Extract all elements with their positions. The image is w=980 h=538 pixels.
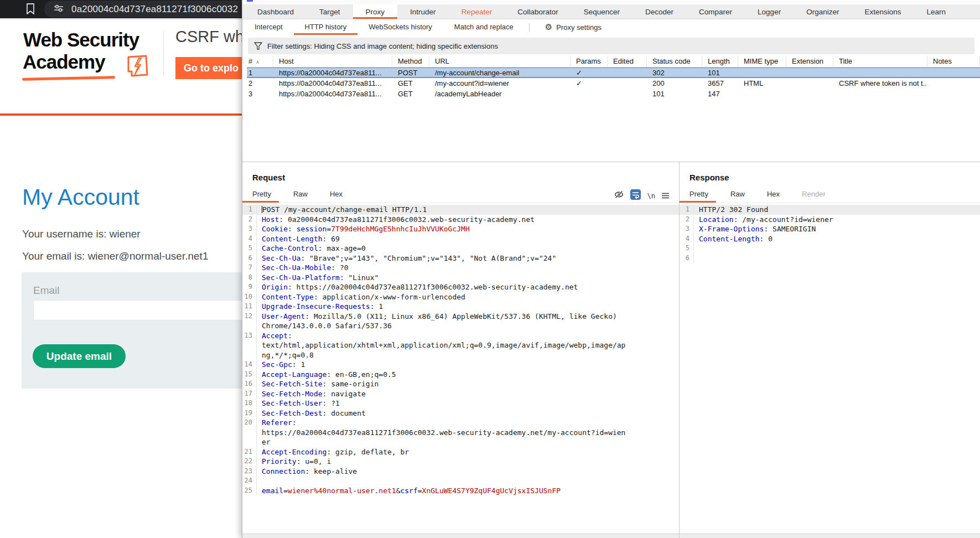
line-number — [242, 437, 257, 447]
email-input[interactable] — [33, 300, 244, 320]
burp-main-tabs: DashboardTargetProxyIntruderRepeaterColl… — [242, 4, 980, 19]
table-cell: ✓ — [571, 68, 608, 78]
code-line: 1POST /my-account/change-email HTTP/1.1 — [242, 205, 679, 215]
response-view-tabs: PrettyRawHexRender — [680, 188, 840, 203]
line-number — [242, 428, 257, 438]
response-editor[interactable]: 1HTTP/2 302 Found2Location: /my-account?… — [680, 205, 980, 534]
line-number: 5 — [680, 244, 694, 254]
code-line: 2Location: /my-account?id=wiener — [680, 215, 980, 225]
websecurity-logo-line2: Academy — [23, 51, 105, 73]
column-header-host[interactable]: Host — [273, 56, 392, 67]
subtab-intercept[interactable]: Intercept — [243, 19, 294, 35]
column-header-params[interactable]: Params — [571, 56, 608, 67]
update-email-button[interactable]: Update email — [33, 344, 126, 368]
view-tab-pretty[interactable]: Pretty — [242, 188, 279, 203]
subtab-match-and-replace[interactable]: Match and replace — [443, 19, 525, 35]
table-cell: 3657 — [702, 78, 738, 89]
tab-target[interactable]: Target — [307, 4, 353, 19]
table-row[interactable]: 2https://0a20004c04d737ea811...GET/my-ac… — [247, 78, 980, 89]
code-text: Upgrade-Insecure-Requests: 1 — [257, 302, 383, 312]
column-header-mime-type[interactable]: MIME type — [738, 56, 786, 67]
tab-dashboard[interactable]: Dashboard — [245, 4, 307, 19]
code-text — [257, 476, 262, 486]
line-number: 6 — [680, 254, 694, 263]
word-wrap-icon[interactable] — [630, 189, 641, 202]
code-text: Accept: — [257, 331, 292, 341]
table-row[interactable]: 3https://0a20004c04d737ea811...GET/acade… — [247, 89, 980, 99]
column-header-length[interactable]: Length — [702, 56, 738, 67]
column-header-method[interactable]: Method — [392, 56, 429, 67]
request-pane: Request PrettyRawHex \n — [242, 162, 679, 538]
code-text: Sec-Ch-Ua-Platform: "Linux" — [257, 273, 378, 283]
line-number — [242, 321, 257, 331]
tab-proxy[interactable]: Proxy — [353, 4, 398, 19]
subtab-websockets-history[interactable]: WebSockets history — [357, 19, 443, 35]
page-title: My Account — [22, 184, 139, 210]
view-tab-hex[interactable]: Hex — [759, 188, 787, 203]
line-number: 12 — [242, 312, 257, 322]
code-text: X-Frame-Options: SAMEORIGIN — [694, 224, 816, 234]
code-text: er — [257, 437, 271, 447]
line-number: 3 — [242, 224, 257, 234]
request-editor-footer — [242, 534, 679, 538]
code-line: 20Referer: — [242, 418, 679, 428]
column-header-status-code[interactable]: Status code — [647, 56, 702, 67]
code-text: Sec-Fetch-Dest: document — [257, 408, 366, 418]
request-editor[interactable]: 1POST /my-account/change-email HTTP/1.12… — [242, 205, 679, 534]
line-number: 24 — [242, 476, 257, 486]
subtab-proxy-settings[interactable]: ⚙Proxy settings — [534, 19, 613, 35]
tab-collaborator[interactable]: Collaborator — [505, 4, 571, 19]
code-line: 23Connection: keep-alive — [242, 467, 679, 477]
editor-menu-icon[interactable] — [662, 191, 669, 201]
tab-sequencer[interactable]: Sequencer — [571, 4, 632, 19]
line-number: 6 — [242, 254, 257, 263]
column-header-extension[interactable]: Extension — [786, 56, 833, 67]
tab-logger[interactable]: Logger — [745, 4, 794, 19]
line-number: 7 — [242, 263, 257, 273]
view-tab-render[interactable]: Render — [794, 188, 833, 203]
filter-funnel-icon — [254, 42, 262, 50]
request-editor-toolbar: \n — [614, 189, 669, 202]
view-tab-raw[interactable]: Raw — [286, 188, 315, 203]
header-rule — [0, 113, 244, 116]
tab-decoder[interactable]: Decoder — [632, 4, 686, 19]
address-bar[interactable]: 0a20004c04d737ea811271f3006c0032 — [44, 1, 244, 18]
browser-chrome: 0a20004c04d737ea811271f3006c0032 — [0, 0, 244, 18]
url-text[interactable]: 0a20004c04d737ea811271f3006c0032 — [71, 4, 238, 15]
go-to-exploit-server-button[interactable]: Go to explo — [175, 57, 244, 79]
table-cell: GET — [392, 89, 429, 99]
table-cell — [786, 89, 833, 99]
tab-intruder[interactable]: Intruder — [397, 4, 449, 19]
tab-extensions[interactable]: Extensions — [852, 4, 914, 19]
code-line: 8Sec-Ch-Ua-Platform: "Linux" — [242, 273, 679, 283]
table-cell: 302 — [647, 68, 702, 78]
show-newlines-toggle[interactable]: \n — [647, 192, 655, 200]
sort-indicator-icon: ∧ — [256, 59, 260, 65]
logo-underline — [22, 76, 115, 81]
subtab-http-history[interactable]: HTTP history — [294, 19, 358, 35]
column-header-edited[interactable]: Edited — [608, 56, 647, 67]
table-row[interactable]: 1https://0a20004c04d737ea811...POST/my-a… — [247, 68, 980, 78]
email-text: Your email is: wiener@normal-user.net1 — [22, 250, 208, 262]
column-header-title[interactable]: Title — [833, 56, 927, 67]
column-header-notes[interactable]: Notes — [927, 56, 980, 67]
view-tab-pretty[interactable]: Pretty — [680, 188, 716, 203]
filter-settings-bar[interactable]: Filter settings: Hiding CSS and image co… — [248, 38, 974, 54]
hide-unimportant-icon[interactable] — [614, 190, 624, 201]
column-header-url[interactable]: URL — [429, 56, 571, 67]
table-cell: 200 — [647, 78, 702, 89]
response-editor-footer — [680, 534, 980, 538]
view-tab-hex[interactable]: Hex — [322, 188, 350, 203]
column-header-#[interactable]: #∧ — [247, 56, 273, 67]
site-settings-icon[interactable] — [54, 4, 64, 15]
tab-organizer[interactable]: Organizer — [794, 4, 852, 19]
line-number: 25 — [242, 486, 257, 496]
tab-comparer[interactable]: Comparer — [686, 4, 745, 19]
tab-learn[interactable]: Learn — [914, 4, 958, 19]
lightning-bolt-icon — [124, 55, 149, 80]
code-line: 5Cache-Control: max-age=0 — [242, 244, 679, 254]
bookmark-icon[interactable] — [25, 3, 36, 17]
header-divider — [163, 31, 164, 75]
view-tab-raw[interactable]: Raw — [723, 188, 753, 203]
tab-repeater[interactable]: Repeater — [449, 4, 505, 19]
